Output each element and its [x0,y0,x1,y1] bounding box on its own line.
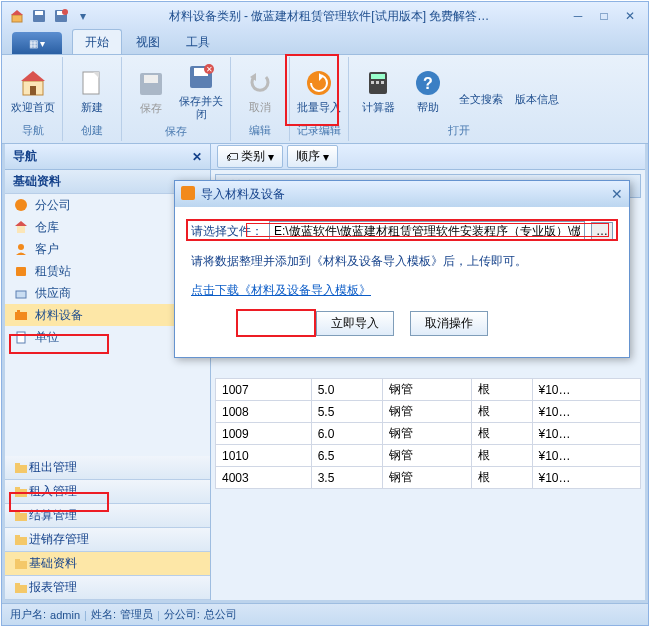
version-button[interactable]: 版本信息 [509,59,565,122]
table-row[interactable]: 10075.0钢管根¥10… [216,379,641,401]
svg-point-6 [62,9,68,15]
sidebar-folder-3[interactable]: 进销存管理 [5,528,210,552]
dialog-close-button[interactable]: ✕ [611,186,623,202]
sidebar-icon [13,329,29,345]
status-name: 管理员 [120,607,153,622]
maximize-button[interactable]: □ [592,7,616,25]
save-icon [135,68,167,100]
sidebar-folder-0[interactable]: 租出管理 [5,456,210,480]
svg-rect-9 [30,86,36,95]
tab-tool[interactable]: 工具 [174,30,222,54]
svg-marker-8 [21,71,45,81]
minimize-button[interactable]: ─ [566,7,590,25]
svg-rect-42 [15,511,20,514]
home-label: 欢迎首页 [11,101,55,114]
svg-rect-39 [15,489,27,497]
close-button[interactable]: ✕ [618,7,642,25]
sidebar-folder-5[interactable]: 报表管理 [5,576,210,600]
nav-close-icon[interactable]: ✕ [192,150,202,164]
folder-icon [13,580,29,596]
fullsearch-label: 全文搜索 [459,93,503,106]
table-row[interactable]: 40033.5钢管根¥10… [216,467,641,489]
qat-saveclose-icon[interactable] [52,7,70,25]
svg-rect-44 [15,535,20,538]
new-button[interactable]: 新建 [67,59,117,122]
sidebar-folder-1[interactable]: 租入管理 [5,480,210,504]
folder-icon [13,508,29,524]
qat-save-icon[interactable] [30,7,48,25]
import-icon [303,67,335,99]
help-button[interactable]: ? 帮助 [403,59,453,122]
dialog-title: 导入材料及设备 [201,186,285,203]
file-input[interactable] [269,221,585,241]
svg-rect-32 [16,267,26,276]
calc-icon [362,67,394,99]
home-button[interactable]: 欢迎首页 [8,59,58,122]
svg-marker-29 [15,221,27,226]
calc-button[interactable]: 计算器 [353,59,403,122]
new-label: 新建 [81,101,103,114]
order-button[interactable]: 顺序 ▾ [287,145,338,168]
window-title: 材料设备类别 - 傲蓝建材租赁管理软件[试用版本] 免费解答… [92,8,566,25]
folder-icon [13,556,29,572]
import-ok-button[interactable]: 立即导入 [316,311,394,336]
saveclose-icon: ✕ [185,61,217,93]
sidebar-icon [13,285,29,301]
folder-icon [13,532,29,548]
app-menu-button[interactable]: ▦ ▾ [12,32,62,54]
search-icon [465,75,497,91]
sidebar-folder-4[interactable]: 基础资料 [5,552,210,576]
group-save-label: 保存 [165,123,187,140]
sidebar-icon [13,307,29,323]
svg-rect-43 [15,537,27,545]
svg-rect-40 [15,487,20,490]
status-branch-label: 分公司: [164,607,200,622]
svg-rect-47 [15,585,27,593]
sidebar-icon [13,197,29,213]
browse-button[interactable]: … [591,222,613,240]
batch-import-button[interactable]: 批量导入 [294,59,344,122]
group-create-label: 创建 [81,122,103,139]
svg-rect-33 [16,291,26,298]
sidebar-icon [13,263,29,279]
calc-label: 计算器 [362,101,395,114]
qat-dropdown-icon[interactable]: ▾ [74,7,92,25]
svg-rect-45 [15,561,27,569]
svg-rect-34 [15,312,27,320]
svg-rect-23 [371,81,374,84]
svg-rect-46 [15,559,20,562]
category-button[interactable]: 🏷类别 ▾ [217,145,283,168]
status-name-label: 姓名: [91,607,116,622]
tab-view[interactable]: 视图 [124,30,172,54]
nav-title: 导航 [13,148,37,165]
svg-rect-3 [35,11,43,15]
table-row[interactable]: 10096.0钢管根¥10… [216,423,641,445]
svg-rect-13 [144,75,158,83]
import-label: 批量导入 [297,101,341,114]
svg-rect-30 [17,226,25,233]
file-label: 请选择文件： [191,223,263,240]
svg-text:?: ? [423,75,433,92]
fullsearch-button[interactable]: 全文搜索 [453,59,509,122]
group-edit-label: 编辑 [249,122,271,139]
help-icon: ? [412,67,444,99]
qat-home-icon[interactable] [8,7,26,25]
tab-start[interactable]: 开始 [72,29,122,54]
table-row[interactable]: 10106.5钢管根¥10… [216,445,641,467]
table-row[interactable]: 10085.5钢管根¥10… [216,401,641,423]
import-cancel-button[interactable]: 取消操作 [410,311,488,336]
home-icon [17,67,49,99]
svg-rect-25 [381,81,384,84]
version-label: 版本信息 [515,93,559,106]
svg-text:✕: ✕ [206,65,213,74]
sidebar-folder-2[interactable]: 结算管理 [5,504,210,528]
sidebar-icon [13,219,29,235]
svg-rect-0 [12,15,22,22]
tag-icon: 🏷 [226,150,238,164]
cancel-label: 取消 [249,101,271,114]
dialog-icon [181,186,195,203]
template-link[interactable]: 点击下载《材料及设备导入模板》 [191,282,613,299]
saveclose-button[interactable]: ✕ 保存并关闭 [176,59,226,123]
save-label: 保存 [140,102,162,115]
help-label: 帮助 [417,101,439,114]
